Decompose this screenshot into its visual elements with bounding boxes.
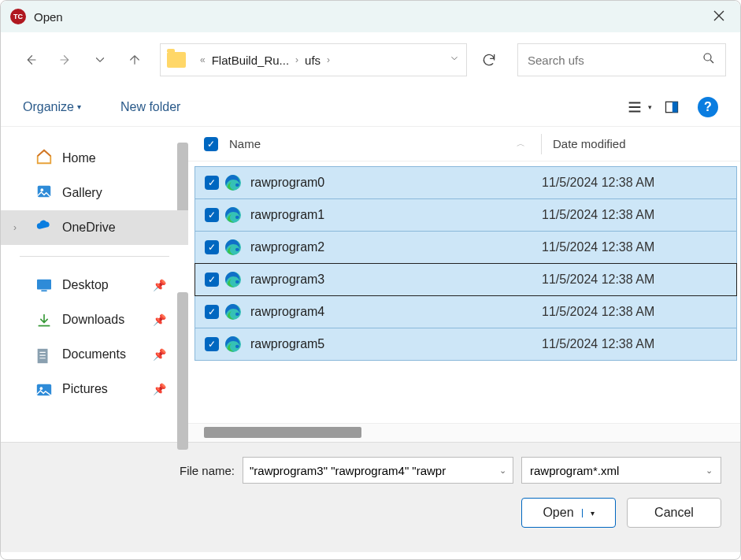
search-icon[interactable] [702,51,716,69]
hscroll-track[interactable] [188,423,740,442]
caret-down-icon: ▾ [648,103,652,111]
chevron-down-icon[interactable]: ⌄ [499,465,506,476]
file-checkbox[interactable]: ✓ [205,273,219,287]
new-folder-button[interactable]: New folder [120,100,180,114]
footer: File name: ⌄ rawprogram*.xml ⌄ Open ▾ Ca… [1,442,740,552]
new-folder-label: New folder [120,100,180,114]
filename-label: File name: [180,464,235,477]
sidebar: Home Gallery › OneDrive Desktop 📌 Downlo… [1,127,188,442]
file-checkbox[interactable]: ✓ [205,305,219,319]
file-row[interactable]: ✓rawprogram111/5/2024 12:38 AM [195,198,737,232]
body-area: Home Gallery › OneDrive Desktop 📌 Downlo… [1,127,740,442]
caret-down-icon: ▾ [77,102,81,111]
svg-rect-2 [672,102,678,112]
sidebar-scrollbar[interactable] [177,292,188,450]
recent-button[interactable] [84,44,116,76]
sort-indicator-icon: ︿ [517,138,525,150]
refresh-button[interactable] [473,43,505,76]
back-button[interactable] [15,44,46,76]
search-box[interactable] [517,43,726,76]
file-row[interactable]: ✓rawprogram211/5/2024 12:38 AM [195,231,737,264]
home-icon [35,148,53,169]
breadcrumb-parent[interactable]: FlatBuild_Ru... [212,54,289,67]
hscroll-thumb[interactable] [204,427,361,438]
title-bar: TC Open [1,1,740,32]
edge-file-icon [224,302,243,321]
sidebar-label: Home [62,151,96,165]
file-row[interactable]: ✓rawprogram311/5/2024 12:38 AM [195,263,737,296]
sidebar-item-gallery[interactable]: Gallery [1,176,188,210]
pin-icon: 📌 [153,279,166,291]
preview-pane-button[interactable] [658,94,685,121]
forward-button[interactable] [50,44,81,76]
breadcrumb-current[interactable]: ufs [305,54,320,67]
column-name[interactable]: Name ︿ [229,137,541,150]
pin-icon: 📌 [153,383,166,395]
svg-rect-5 [37,280,51,290]
organize-menu[interactable]: Organize ▾ [23,100,81,114]
help-icon: ? [704,100,712,114]
svg-point-0 [704,54,711,61]
sidebar-item-desktop[interactable]: Desktop 📌 [1,268,188,302]
filename-input[interactable] [250,464,499,477]
sidebar-label: Pictures [62,382,108,396]
file-checkbox[interactable]: ✓ [205,176,219,190]
chevron-right-icon[interactable]: › [13,222,17,233]
svg-rect-6 [41,290,46,291]
select-all-checkbox[interactable]: ✓ [204,137,218,151]
file-name: rawprogram1 [250,208,542,222]
filename-combo[interactable]: ⌄ [243,457,513,484]
file-checkbox[interactable]: ✓ [205,208,219,222]
view-menu[interactable]: ▾ [625,94,652,121]
svg-point-9 [40,387,43,390]
sidebar-item-onedrive[interactable]: › OneDrive [1,210,188,245]
file-row[interactable]: ✓rawprogram411/5/2024 12:38 AM [195,295,737,328]
close-icon [713,10,724,21]
filetype-combo[interactable]: rawprogram*.xml ⌄ [521,457,721,484]
file-name: rawprogram4 [250,305,542,319]
breadcrumb[interactable]: « FlatBuild_Ru... › ufs › [160,43,467,76]
file-row[interactable]: ✓rawprogram511/5/2024 12:38 AM [195,328,737,361]
sidebar-item-pictures[interactable]: Pictures 📌 [1,372,188,406]
file-name: rawprogram0 [250,176,542,190]
open-button[interactable]: Open ▾ [521,498,616,528]
preview-pane-icon [664,99,680,115]
sidebar-item-downloads[interactable]: Downloads 📌 [1,302,188,337]
edge-file-icon [224,173,243,192]
breadcrumb-dropdown[interactable] [449,53,460,67]
column-separator[interactable] [541,134,542,154]
split-caret-icon[interactable]: ▾ [582,509,595,517]
list-view-icon [626,98,643,116]
column-date[interactable]: Date modified [553,137,626,150]
search-input[interactable] [528,54,702,67]
breadcrumb-overflow[interactable]: « [200,54,206,65]
documents-icon [35,347,53,362]
sidebar-item-home[interactable]: Home [1,141,188,176]
file-rows: ✓rawprogram011/5/2024 12:38 AM✓rawprogra… [188,161,740,423]
help-button[interactable]: ? [698,97,718,117]
up-button[interactable] [119,44,150,76]
edge-file-icon [224,335,243,354]
file-name: rawprogram5 [250,337,542,351]
file-list-area: ✓ Name ︿ Date modified ✓rawprogram011/5/… [188,127,740,442]
chevron-right-icon: › [295,54,298,65]
file-date: 11/5/2024 12:38 AM [542,273,654,287]
file-checkbox[interactable]: ✓ [205,240,219,254]
cancel-button[interactable]: Cancel [627,498,721,528]
file-name: rawprogram2 [250,240,542,254]
gallery-icon [35,183,53,203]
file-row[interactable]: ✓rawprogram011/5/2024 12:38 AM [195,166,737,199]
chevron-down-icon[interactable]: ⌄ [706,465,713,476]
sidebar-separator [20,256,169,257]
column-name-label: Name [229,137,261,150]
edge-file-icon [224,238,243,257]
cancel-button-label: Cancel [654,506,694,520]
edge-file-icon [224,206,243,224]
column-header: ✓ Name ︿ Date modified [188,127,740,161]
toolbar: Organize ▾ New folder ▾ ? [1,87,740,127]
onedrive-icon [35,217,53,238]
file-checkbox[interactable]: ✓ [205,337,219,351]
close-button[interactable] [707,6,731,28]
pin-icon: 📌 [153,348,166,361]
sidebar-item-documents[interactable]: Documents 📌 [1,337,188,372]
